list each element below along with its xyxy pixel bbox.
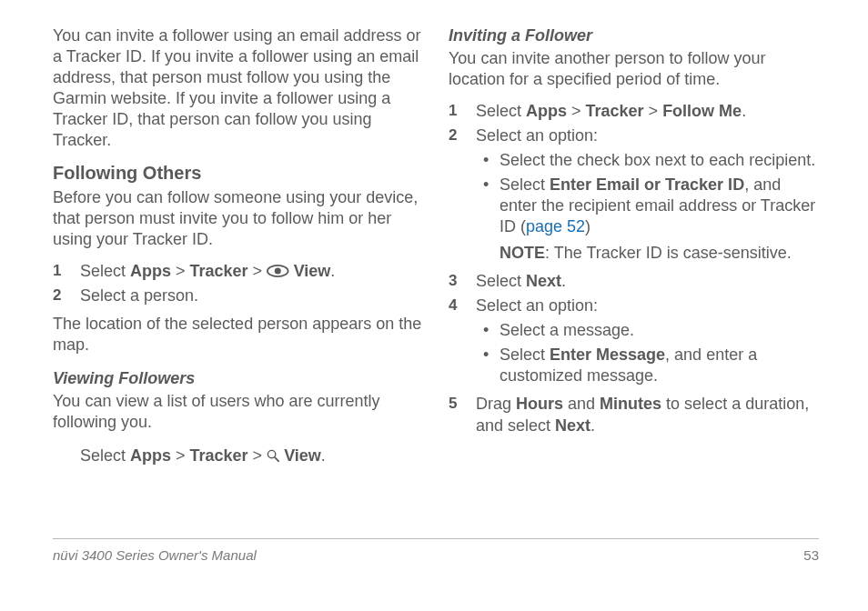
bullet-icon: • (476, 320, 500, 341)
sep: > (248, 262, 267, 280)
svg-line-3 (275, 457, 278, 461)
text: Select (476, 102, 526, 120)
note-text: : The Tracker ID is case-sensitive. (545, 244, 792, 262)
list-item: •Select a message. (476, 320, 819, 341)
eye-icon (267, 265, 289, 277)
tracker-label: Tracker (190, 262, 248, 280)
step-1: 1 Select Apps > Tracker > View. (53, 261, 423, 282)
options-list: •Select the check box next to each recip… (476, 150, 819, 264)
text: Drag (476, 395, 516, 413)
sep: > (248, 446, 267, 465)
tracker-label: Tracker (190, 446, 248, 465)
text: Select (476, 272, 526, 290)
footer-title: nüvi 3400 Series Owner's Manual (53, 546, 257, 564)
text: Select (500, 346, 550, 364)
next-label: Next (555, 416, 590, 435)
period: . (330, 262, 335, 280)
following-result: The location of the selected person appe… (53, 314, 423, 356)
viewing-step: Select Apps > Tracker > View. (53, 446, 423, 466)
heading-viewing-followers: Viewing Followers (53, 368, 423, 389)
bullet-icon: • (476, 345, 500, 366)
hours-label: Hours (516, 395, 563, 413)
list-item: •Select the check box next to each recip… (476, 150, 819, 171)
text: and (563, 395, 600, 413)
note-label: NOTE (500, 244, 545, 262)
following-desc: Before you can follow someone using your… (53, 187, 423, 250)
intro-paragraph: You can invite a follower using an email… (53, 25, 423, 151)
step-3: 3 Select Next. (449, 271, 819, 292)
heading-following-others: Following Others (53, 162, 423, 185)
next-label: Next (526, 272, 561, 290)
step-5: 5 Drag Hours and Minutes to select a dur… (449, 394, 819, 436)
step-number: 3 (449, 271, 476, 291)
period: . (742, 102, 746, 120)
period: . (321, 446, 326, 465)
options-list: •Select a message. • Select Enter Messag… (476, 320, 819, 386)
minutes-label: Minutes (600, 395, 661, 413)
sep: > (567, 102, 586, 120)
text: ) (585, 217, 590, 235)
heading-inviting-follower: Inviting a Follower (449, 25, 819, 46)
view-label: View (284, 446, 321, 465)
text: Select (80, 446, 130, 465)
tracker-label: Tracker (586, 102, 644, 120)
text: Select a message. (500, 320, 819, 341)
bullet-icon: • (476, 175, 500, 195)
enter-email-label: Enter Email or Tracker ID (550, 175, 744, 194)
bullet-icon: • (476, 150, 500, 171)
step-number: 5 (449, 394, 476, 414)
page-columns: You can invite a follower using an email… (53, 25, 819, 536)
step-4: 4 Select an option: •Select a message. •… (449, 295, 819, 390)
step-number: 2 (53, 285, 80, 306)
text: Select the check box next to each recipi… (500, 150, 819, 171)
page-number: 53 (803, 546, 819, 564)
step-number: 1 (449, 101, 476, 121)
text: Select (500, 175, 550, 194)
inviting-steps: 1 Select Apps > Tracker > Follow Me. 2 S… (449, 97, 819, 439)
viewing-desc: You can view a list of users who are cur… (53, 391, 423, 433)
svg-point-1 (275, 267, 281, 274)
right-column: Inviting a Follower You can invite anoth… (449, 25, 819, 536)
list-item: • Select Enter Message, and enter a cust… (476, 345, 819, 386)
step-2: 2 Select an option: •Select the check bo… (449, 125, 819, 267)
left-column: You can invite a follower using an email… (53, 25, 423, 536)
magnifier-icon (267, 449, 279, 462)
enter-message-label: Enter Message (550, 346, 665, 364)
text: Select a person. (80, 285, 423, 306)
sep: > (171, 262, 190, 280)
text: Select (80, 262, 130, 280)
step-number: 4 (449, 295, 476, 316)
step-2: 2 Select a person. (53, 285, 423, 306)
apps-label: Apps (130, 446, 171, 465)
page-footer: nüvi 3400 Series Owner's Manual 53 (53, 538, 819, 564)
view-label: View (294, 262, 331, 280)
step-number: 1 (53, 261, 80, 281)
sep: > (171, 446, 190, 465)
page-link[interactable]: page 52 (526, 217, 585, 235)
period: . (590, 416, 595, 435)
step-number: 2 (449, 125, 476, 145)
apps-label: Apps (526, 102, 567, 120)
sep: > (644, 102, 663, 120)
apps-label: Apps (130, 262, 171, 280)
period: . (561, 272, 566, 290)
followme-label: Follow Me (662, 102, 742, 120)
text: Select an option: (476, 126, 598, 145)
following-steps: 1 Select Apps > Tracker > View. 2 Select… (53, 257, 423, 310)
list-item: • Select Enter Email or Tracker ID, and … (476, 175, 819, 264)
inviting-desc: You can invite another person to follow … (449, 48, 819, 90)
step-1: 1 Select Apps > Tracker > Follow Me. (449, 101, 819, 122)
text: Select an option: (476, 296, 598, 315)
